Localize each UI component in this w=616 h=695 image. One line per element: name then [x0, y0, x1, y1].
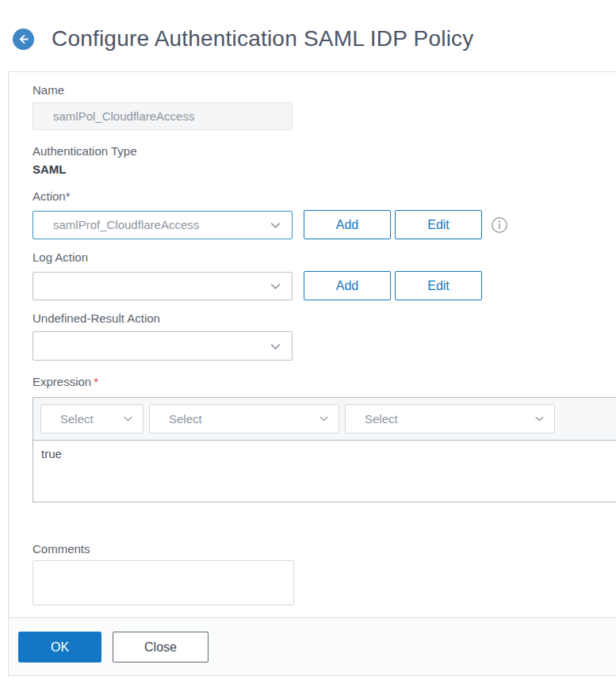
action-label: Action* — [33, 189, 616, 204]
auth-type-label: Authentication Type — [33, 143, 616, 159]
name-label: Name — [33, 82, 616, 98]
chevron-down-icon — [318, 413, 330, 427]
ok-button[interactable]: OK — [18, 632, 101, 663]
page-header: Configure Authentication SAML IDP Policy — [0, 0, 616, 71]
expression-select-3[interactable]: Select — [345, 404, 555, 433]
page-title: Configure Authentication SAML IDP Policy — [52, 26, 474, 52]
chevron-down-icon — [122, 413, 134, 427]
close-button[interactable]: Close — [113, 632, 209, 663]
undefined-result-action-select[interactable] — [33, 331, 293, 361]
log-action-label: Log Action — [33, 250, 616, 265]
expression-select-3-value: Select — [365, 412, 398, 426]
action-select-value: samlProf_CloudflareAccess — [53, 218, 199, 231]
info-circle-icon[interactable] — [491, 216, 508, 234]
expression-toolbar: Select Select Select — [33, 398, 616, 441]
expression-textarea[interactable]: true — [33, 441, 616, 502]
expression-editor: Select Select Select — [33, 397, 616, 502]
chevron-down-icon — [534, 413, 545, 427]
chevron-down-icon — [269, 340, 282, 356]
name-input[interactable] — [33, 102, 293, 130]
expression-label: Expression* — [33, 374, 616, 390]
comments-label: Comments — [33, 541, 616, 557]
form-footer: OK Close — [9, 617, 616, 676]
log-action-add-button[interactable]: Add — [304, 271, 391, 300]
log-action-edit-button[interactable]: Edit — [395, 271, 482, 300]
action-edit-button[interactable]: Edit — [395, 210, 482, 239]
back-button[interactable] — [13, 29, 34, 50]
arrow-left-icon — [17, 32, 30, 46]
expression-select-1-value: Select — [60, 412, 94, 426]
required-asterisk: * — [94, 375, 98, 388]
chevron-down-icon — [269, 280, 282, 296]
action-add-button[interactable]: Add — [304, 210, 391, 239]
auth-type-value: SAML — [33, 161, 616, 178]
undefined-result-action-label: Undefined-Result Action — [33, 311, 616, 326]
form-panel: Name Authentication Type SAML Action* sa… — [8, 71, 616, 676]
expression-label-text: Expression — [33, 375, 91, 388]
log-action-select[interactable] — [33, 272, 293, 300]
expression-select-2[interactable]: Select — [149, 404, 339, 433]
action-select[interactable]: samlProf_CloudflareAccess — [33, 211, 293, 239]
form-body: Name Authentication Type SAML Action* sa… — [9, 72, 616, 605]
expression-select-1[interactable]: Select — [40, 404, 143, 433]
comments-textarea[interactable] — [33, 560, 294, 605]
expression-select-2-value: Select — [169, 412, 202, 426]
chevron-down-icon — [269, 219, 282, 235]
